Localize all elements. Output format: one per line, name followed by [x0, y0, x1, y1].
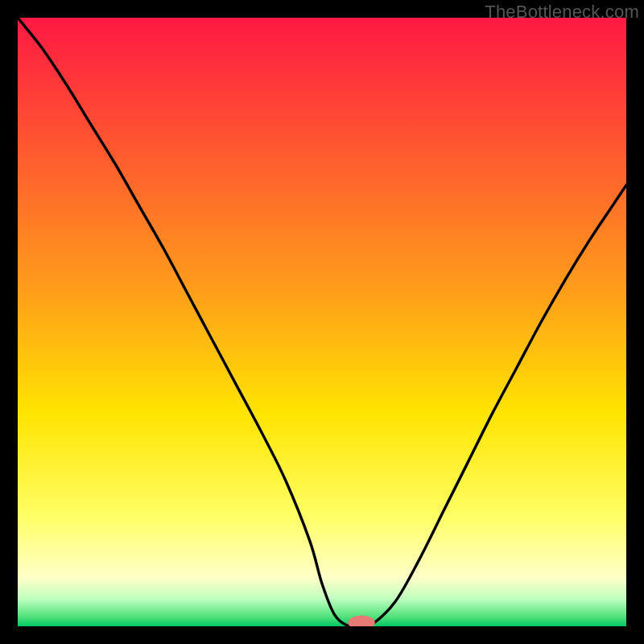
watermark-text: TheBottleneck.com	[485, 2, 639, 23]
chart-frame: TheBottleneck.com	[0, 0, 644, 644]
chart-svg	[18, 18, 626, 626]
chart-background-gradient	[18, 18, 626, 626]
chart-plot-area	[18, 18, 626, 626]
